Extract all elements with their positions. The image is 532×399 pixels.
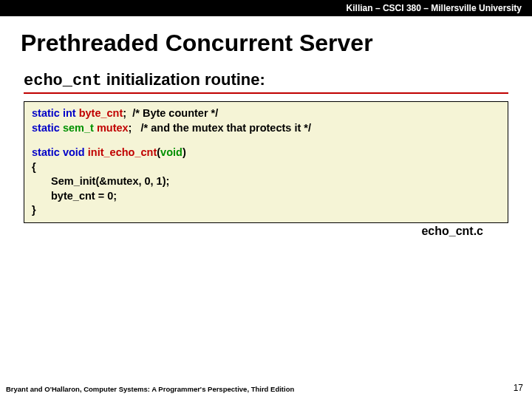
stmt-seminit: Sem_init(&mutex, 0, 1); [51,175,169,187]
kw-static: static [32,107,60,119]
code-box: static int byte_cnt; /* Byte counter */ … [24,101,508,223]
comment-2: /* and the mutex that protects it */ [132,122,311,134]
code-line-3: static void init_echo_cnt(void) [32,146,500,160]
fn-name: init_echo_cnt [88,146,157,158]
kw-static: static [32,146,60,158]
codebox-wrap: static int byte_cnt; /* Byte counter */ … [24,101,508,238]
subtitle-rest: initialization routine: [102,70,265,89]
kw-void: void [63,146,85,158]
top-bar: Killian – CSCI 380 – Millersville Univer… [0,0,532,16]
id-bytecnt: byte_cnt [79,107,123,119]
page-number: 17 [514,383,523,393]
arg-void: void [160,146,183,158]
code-line-1: static int byte_cnt; /* Byte counter */ [32,106,500,121]
stmt-assign: byte_cnt = 0; [51,190,117,202]
code-line-7: } [32,203,500,218]
footer-citation: Bryant and O'Hallaron, Computer Systems:… [6,385,294,393]
type-semt: sem_t [63,122,94,134]
code-line-4: { [32,160,500,175]
code-filename: echo_cnt.c [24,225,483,238]
page-title: Prethreaded Concurrent Server [21,30,532,57]
subtitle-mono: echo_cnt [24,72,102,90]
code-line-2: static sem_t mutex; /* and the mutex tha… [32,121,500,136]
paren-close: ) [183,146,186,158]
subtitle: echo_cnt initialization routine: [24,70,508,94]
blank-gap [32,135,500,146]
code-line-6: byte_cnt = 0; [32,189,500,204]
comment-1: /* Byte counter */ [126,107,218,119]
id-mutex: mutex [97,122,129,134]
kw-int: int [63,107,76,119]
kw-static: static [32,122,60,134]
code-line-5: Sem_init(&mutex, 0, 1); [32,174,500,189]
topbar-text: Killian – CSCI 380 – Millersville Univer… [347,3,522,13]
